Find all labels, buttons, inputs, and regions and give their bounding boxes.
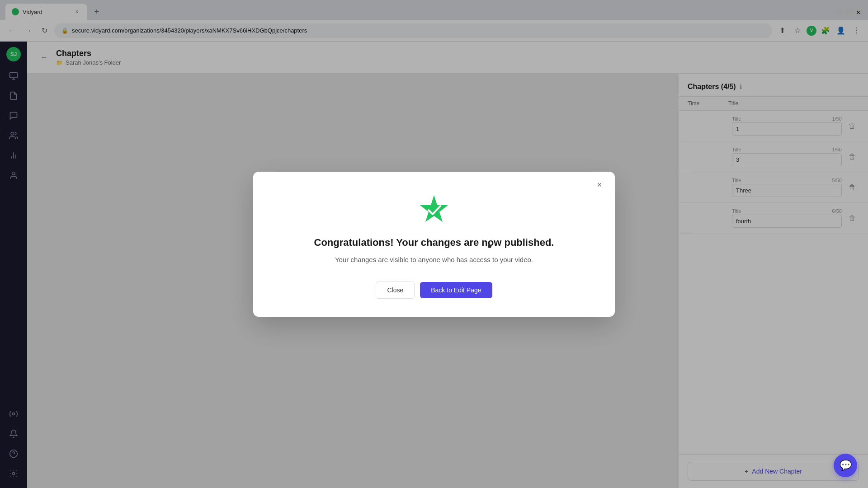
check-badge <box>418 193 450 226</box>
back-to-edit-button[interactable]: Back to Edit Page <box>420 282 492 298</box>
success-badge-svg <box>418 193 450 226</box>
close-button[interactable]: Close <box>376 282 415 299</box>
modal-icon <box>418 193 450 226</box>
svg-marker-10 <box>420 195 448 222</box>
modal-actions: Close Back to Edit Page <box>376 282 492 299</box>
success-modal: × Congratulations! Your changes are now … <box>253 172 615 317</box>
modal-close-button[interactable]: × <box>593 179 606 192</box>
modal-title: Congratulations! Your changes are now pu… <box>314 237 554 249</box>
chat-icon: 💬 <box>840 460 852 471</box>
modal-subtitle: Your changes are visible to anyone who h… <box>335 256 533 263</box>
modal-overlay: × Congratulations! Your changes are now … <box>0 0 868 488</box>
chat-widget-button[interactable]: 💬 <box>834 454 857 477</box>
